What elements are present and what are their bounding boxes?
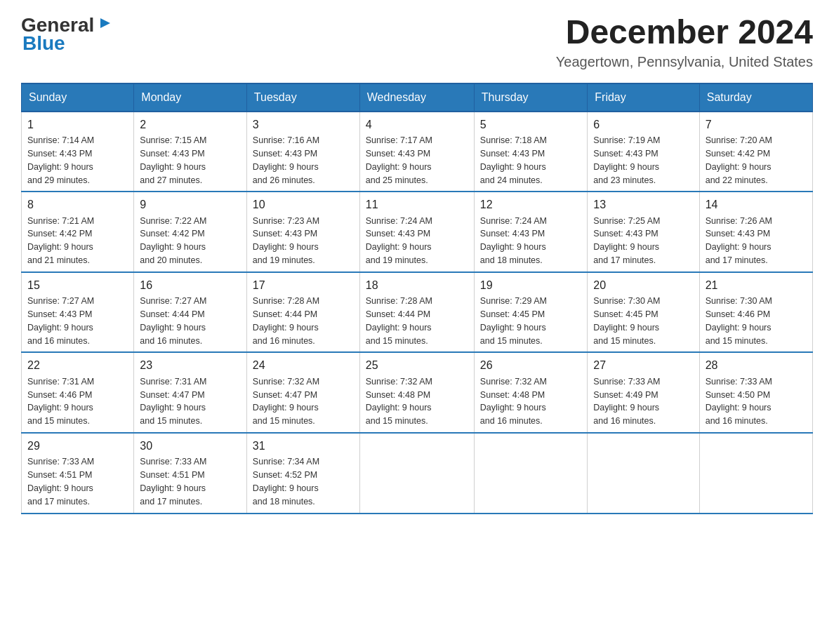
day-info: Sunrise: 7:17 AMSunset: 4:43 PMDaylight:… [366,135,432,185]
day-info: Sunrise: 7:28 AMSunset: 4:44 PMDaylight:… [253,296,319,346]
day-number: 1 [27,116,128,133]
day-info: Sunrise: 7:25 AMSunset: 4:43 PMDaylight:… [593,216,660,266]
calendar-week-row: 1Sunrise: 7:14 AMSunset: 4:43 PMDaylight… [22,112,813,192]
calendar-cell: 28Sunrise: 7:33 AMSunset: 4:50 PMDayligh… [699,352,812,433]
svg-marker-0 [100,18,110,28]
page-subtitle: Yeagertown, Pennsylvania, United States [556,54,813,70]
calendar-cell: 25Sunrise: 7:32 AMSunset: 4:48 PMDayligh… [359,352,474,433]
day-info: Sunrise: 7:21 AMSunset: 4:42 PMDaylight:… [27,216,94,266]
day-info: Sunrise: 7:22 AMSunset: 4:42 PMDaylight:… [140,216,206,266]
day-number: 31 [253,438,354,454]
col-header-thursday: Thursday [474,83,587,112]
day-number: 4 [366,116,468,133]
day-info: Sunrise: 7:28 AMSunset: 4:44 PMDaylight:… [366,296,432,346]
day-number: 2 [140,116,241,133]
calendar-cell: 6Sunrise: 7:19 AMSunset: 4:43 PMDaylight… [588,112,699,192]
calendar-table: SundayMondayTuesdayWednesdayThursdayFrid… [21,83,813,514]
page-header: General Blue December 2024 Yeagertown, P… [21,14,813,70]
day-info: Sunrise: 7:15 AMSunset: 4:43 PMDaylight:… [140,135,206,185]
day-number: 15 [27,277,128,293]
day-info: Sunrise: 7:29 AMSunset: 4:45 PMDaylight:… [480,296,547,346]
day-number: 23 [140,357,241,373]
day-info: Sunrise: 7:30 AMSunset: 4:45 PMDaylight:… [593,296,660,346]
day-info: Sunrise: 7:14 AMSunset: 4:43 PMDaylight:… [27,135,94,185]
calendar-cell: 24Sunrise: 7:32 AMSunset: 4:47 PMDayligh… [246,352,359,433]
calendar-cell: 9Sunrise: 7:22 AMSunset: 4:42 PMDaylight… [134,192,247,272]
day-info: Sunrise: 7:33 AMSunset: 4:50 PMDaylight:… [706,377,772,427]
day-number: 16 [140,277,241,293]
day-info: Sunrise: 7:24 AMSunset: 4:43 PMDaylight:… [480,216,547,266]
col-header-friday: Friday [588,83,699,112]
calendar-cell [699,433,812,514]
day-number: 8 [27,196,128,213]
calendar-cell: 22Sunrise: 7:31 AMSunset: 4:46 PMDayligh… [22,352,134,433]
day-number: 20 [593,277,693,293]
day-info: Sunrise: 7:32 AMSunset: 4:47 PMDaylight:… [253,377,319,427]
day-number: 27 [593,357,693,373]
day-number: 9 [140,196,241,213]
day-number: 26 [480,357,581,373]
calendar-header-row: SundayMondayTuesdayWednesdayThursdayFrid… [22,83,813,112]
day-number: 7 [706,116,807,133]
day-number: 5 [480,116,581,133]
calendar-cell: 19Sunrise: 7:29 AMSunset: 4:45 PMDayligh… [474,272,587,353]
calendar-cell: 23Sunrise: 7:31 AMSunset: 4:47 PMDayligh… [134,352,247,433]
calendar-cell: 3Sunrise: 7:16 AMSunset: 4:43 PMDaylight… [246,112,359,192]
day-number: 24 [253,357,354,373]
calendar-cell: 8Sunrise: 7:21 AMSunset: 4:42 PMDaylight… [22,192,134,272]
day-number: 19 [480,277,581,293]
day-info: Sunrise: 7:32 AMSunset: 4:48 PMDaylight:… [480,377,547,427]
calendar-cell: 20Sunrise: 7:30 AMSunset: 4:45 PMDayligh… [588,272,699,353]
calendar-cell: 7Sunrise: 7:20 AMSunset: 4:42 PMDaylight… [699,112,812,192]
day-number: 10 [253,196,354,213]
calendar-cell: 10Sunrise: 7:23 AMSunset: 4:43 PMDayligh… [246,192,359,272]
page-title: December 2024 [556,14,813,51]
day-number: 22 [27,357,128,373]
day-info: Sunrise: 7:32 AMSunset: 4:48 PMDaylight:… [366,377,432,427]
calendar-cell: 1Sunrise: 7:14 AMSunset: 4:43 PMDaylight… [22,112,134,192]
calendar-cell: 29Sunrise: 7:33 AMSunset: 4:51 PMDayligh… [22,433,134,514]
calendar-cell: 11Sunrise: 7:24 AMSunset: 4:43 PMDayligh… [359,192,474,272]
day-info: Sunrise: 7:24 AMSunset: 4:43 PMDaylight:… [366,216,432,266]
calendar-cell: 30Sunrise: 7:33 AMSunset: 4:51 PMDayligh… [134,433,247,514]
day-number: 25 [366,357,468,373]
col-header-wednesday: Wednesday [359,83,474,112]
col-header-tuesday: Tuesday [246,83,359,112]
day-info: Sunrise: 7:31 AMSunset: 4:46 PMDaylight:… [27,377,94,427]
col-header-sunday: Sunday [22,83,134,112]
calendar-cell: 13Sunrise: 7:25 AMSunset: 4:43 PMDayligh… [588,192,699,272]
logo-arrow-icon [98,15,113,34]
calendar-week-row: 22Sunrise: 7:31 AMSunset: 4:46 PMDayligh… [22,352,813,433]
day-number: 21 [706,277,807,293]
calendar-cell: 18Sunrise: 7:28 AMSunset: 4:44 PMDayligh… [359,272,474,353]
calendar-cell: 5Sunrise: 7:18 AMSunset: 4:43 PMDaylight… [474,112,587,192]
day-number: 6 [593,116,693,133]
col-header-saturday: Saturday [699,83,812,112]
calendar-cell: 12Sunrise: 7:24 AMSunset: 4:43 PMDayligh… [474,192,587,272]
day-info: Sunrise: 7:33 AMSunset: 4:51 PMDaylight:… [140,457,206,507]
calendar-week-row: 8Sunrise: 7:21 AMSunset: 4:42 PMDaylight… [22,192,813,272]
calendar-cell: 17Sunrise: 7:28 AMSunset: 4:44 PMDayligh… [246,272,359,353]
day-number: 30 [140,438,241,454]
day-info: Sunrise: 7:16 AMSunset: 4:43 PMDaylight:… [253,135,319,185]
calendar-cell [359,433,474,514]
day-info: Sunrise: 7:19 AMSunset: 4:43 PMDaylight:… [593,135,660,185]
col-header-monday: Monday [134,83,247,112]
day-number: 3 [253,116,354,133]
calendar-cell: 31Sunrise: 7:34 AMSunset: 4:52 PMDayligh… [246,433,359,514]
calendar-cell: 14Sunrise: 7:26 AMSunset: 4:43 PMDayligh… [699,192,812,272]
day-number: 18 [366,277,468,293]
calendar-week-row: 29Sunrise: 7:33 AMSunset: 4:51 PMDayligh… [22,433,813,514]
calendar-cell: 21Sunrise: 7:30 AMSunset: 4:46 PMDayligh… [699,272,812,353]
day-info: Sunrise: 7:27 AMSunset: 4:43 PMDaylight:… [27,296,94,346]
calendar-cell: 4Sunrise: 7:17 AMSunset: 4:43 PMDaylight… [359,112,474,192]
day-number: 28 [706,357,807,373]
calendar-cell: 27Sunrise: 7:33 AMSunset: 4:49 PMDayligh… [588,352,699,433]
day-info: Sunrise: 7:20 AMSunset: 4:42 PMDaylight:… [706,135,772,185]
title-section: December 2024 Yeagertown, Pennsylvania, … [556,14,813,70]
day-info: Sunrise: 7:33 AMSunset: 4:51 PMDaylight:… [27,457,94,507]
day-number: 14 [706,196,807,213]
day-number: 13 [593,196,693,213]
calendar-week-row: 15Sunrise: 7:27 AMSunset: 4:43 PMDayligh… [22,272,813,353]
calendar-cell [588,433,699,514]
